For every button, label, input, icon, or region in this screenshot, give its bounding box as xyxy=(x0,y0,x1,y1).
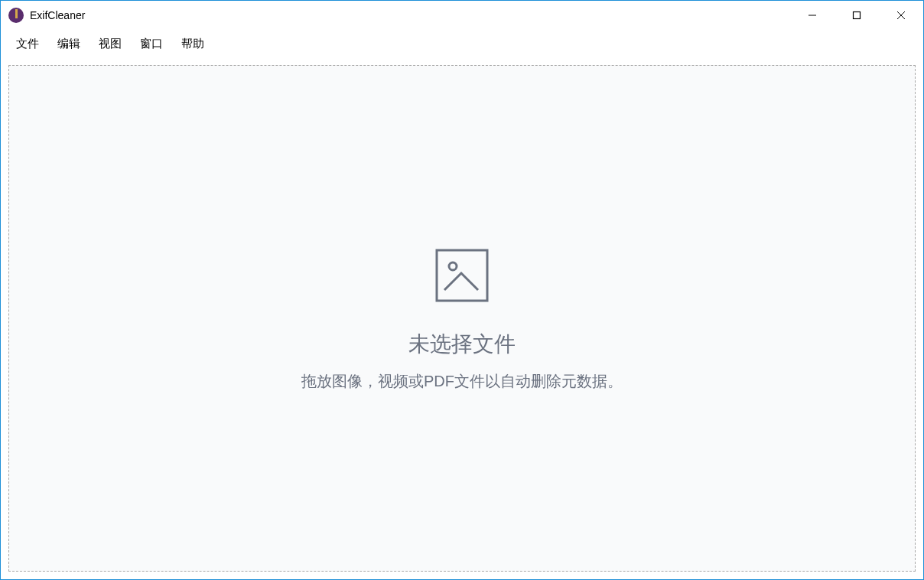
menu-file[interactable]: 文件 xyxy=(7,32,48,56)
menu-window[interactable]: 窗口 xyxy=(131,32,172,56)
menubar: 文件 编辑 视图 窗口 帮助 xyxy=(1,30,923,57)
menu-edit[interactable]: 编辑 xyxy=(48,32,89,56)
drop-zone[interactable]: 未选择文件 拖放图像，视频或PDF文件以自动删除元数据。 xyxy=(8,65,916,572)
empty-state-subtitle: 拖放图像，视频或PDF文件以自动删除元数据。 xyxy=(301,371,623,392)
titlebar-left: ExifCleaner xyxy=(8,8,85,23)
titlebar: ExifCleaner xyxy=(1,1,923,30)
image-placeholder-icon xyxy=(432,246,492,308)
maximize-icon xyxy=(852,11,861,20)
minimize-icon xyxy=(808,11,817,20)
svg-point-5 xyxy=(449,262,457,270)
content-area: 未选择文件 拖放图像，视频或PDF文件以自动删除元数据。 xyxy=(1,57,923,579)
svg-rect-1 xyxy=(854,12,861,19)
maximize-button[interactable] xyxy=(835,1,879,30)
app-title: ExifCleaner xyxy=(30,9,85,21)
close-icon xyxy=(896,11,906,20)
menu-help[interactable]: 帮助 xyxy=(172,32,213,56)
empty-state-title: 未选择文件 xyxy=(408,330,516,359)
app-icon xyxy=(8,8,24,23)
close-button[interactable] xyxy=(879,1,923,30)
minimize-button[interactable] xyxy=(790,1,835,30)
menu-view[interactable]: 视图 xyxy=(89,32,131,56)
window-controls xyxy=(790,1,923,30)
